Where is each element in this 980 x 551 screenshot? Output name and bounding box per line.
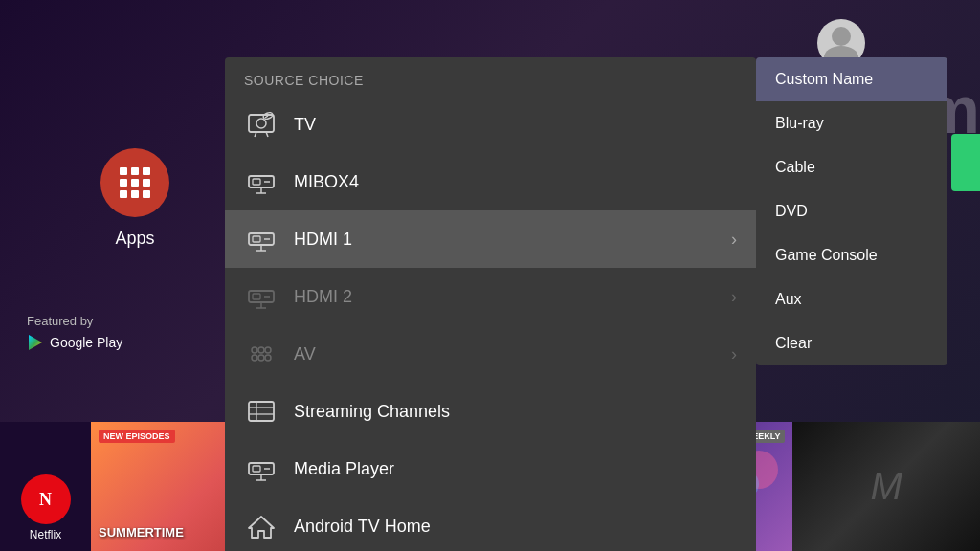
svg-point-42 [258,347,264,353]
av-chevron: › [731,344,737,364]
summer-badge: NEW EPISODES [99,430,175,443]
netflix-icon: N [21,474,71,524]
netflix-item: N Netflix [0,422,91,551]
dropdown-item-aux[interactable]: Aux [756,277,947,321]
featured-section: Featured by Google Play [19,306,130,359]
thumb-last[interactable]: M [792,422,980,551]
streaming-icon [244,394,278,429]
svg-rect-54 [253,466,260,472]
apps-button[interactable] [100,148,169,217]
hdmi2-label: HDMI 2 [294,287,731,307]
summer-title: SUMMERTIME [99,525,184,541]
svg-line-25 [265,116,268,118]
mediaplayer-label: Media Player [294,459,737,479]
source-item-hdmi2[interactable]: HDMI 2 › [225,268,756,325]
streaming-label: Streaming Channels [294,402,737,422]
source-item-streaming[interactable]: Streaming Channels [225,383,756,440]
svg-point-43 [265,347,271,353]
svg-point-41 [252,347,257,353]
source-item-androidtv[interactable]: Android TV Home [225,497,756,551]
source-list: TV MIBOX4 [225,96,756,551]
av-label: AV [294,344,731,364]
home-icon [244,509,278,543]
dropdown-item-gameconsole[interactable]: Game Console [756,233,947,277]
source-choice-modal: Source Choice TV [225,57,756,551]
svg-point-45 [258,355,264,361]
svg-point-46 [265,355,271,361]
svg-point-44 [252,355,257,361]
svg-rect-39 [253,294,260,299]
svg-rect-47 [249,402,274,421]
dropdown-item-cable[interactable]: Cable [756,145,947,189]
source-choice-header: Source Choice [225,57,756,96]
hdmi1-chevron: › [731,230,737,250]
dropdown-item-dvd[interactable]: DVD [756,189,947,233]
dropdown-item-bluray[interactable]: Blu-ray [756,101,947,145]
svg-rect-29 [253,179,260,185]
apps-grid-icon [120,167,150,198]
mibox4-label: MIBOX4 [294,172,737,192]
svg-marker-56 [249,517,274,538]
dropdown-item-customname[interactable]: Custom Name [756,57,947,101]
hdmi1-label: HDMI 1 [294,230,731,250]
hdmi1-icon [244,222,278,256]
source-item-mibox4[interactable]: MIBOX4 [225,153,756,210]
androidtv-label: Android TV Home [294,517,737,537]
svg-rect-34 [253,236,260,242]
apps-label: Apps [115,229,154,249]
svg-point-21 [256,119,266,128]
hdmi2-icon [244,279,278,314]
dropdown-item-clear[interactable]: Clear [756,321,947,365]
featured-by-label: Featured by [27,314,122,328]
hdmi2-chevron: › [731,287,737,307]
tv-label: TV [294,115,737,135]
av-icon [244,337,278,371]
rename-dropdown: Custom Name Blu-ray Cable DVD Game Conso… [756,57,947,365]
mediaplayer-icon [244,452,278,486]
source-item-mediaplayer[interactable]: Media Player [225,440,756,497]
netflix-label: Netflix [30,528,61,541]
tv-icon [244,107,278,142]
mibox-icon [244,165,278,199]
google-play-logo: Google Play [27,334,122,351]
svg-point-18 [832,27,851,46]
source-item-tv[interactable]: TV [225,96,756,153]
google-play-label: Google Play [50,335,122,350]
svg-marker-17 [29,335,42,350]
source-item-hdmi1[interactable]: HDMI 1 › [225,210,756,268]
source-item-av[interactable]: AV › [225,325,756,383]
